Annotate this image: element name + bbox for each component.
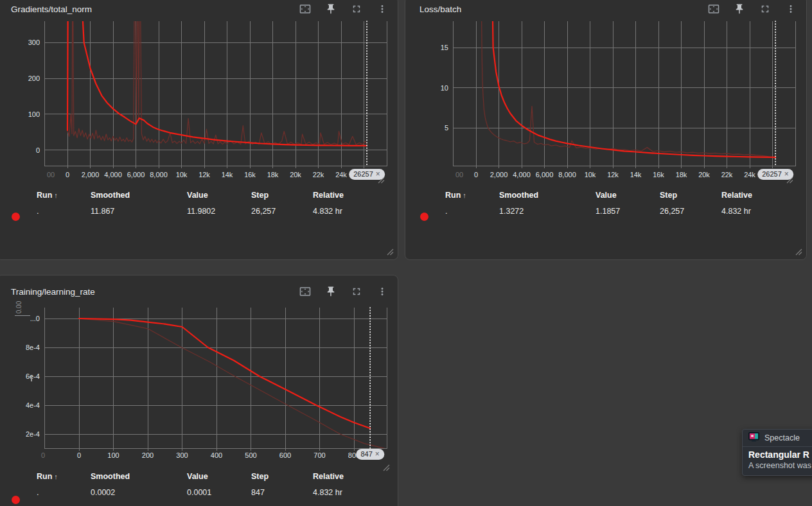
card-resize-grip[interactable] (387, 249, 394, 256)
chart-resize-grip[interactable] (383, 464, 390, 471)
series-group (79, 318, 385, 449)
svg-text:22k: 22k (313, 171, 324, 179)
run-table-row[interactable]: . 0.0002 0.0001 847 4.832 hr (37, 486, 387, 499)
col-header-relative[interactable]: Relative (313, 472, 387, 481)
svg-text:300: 300 (176, 451, 188, 459)
step-marker-value: 847 (360, 449, 372, 460)
svg-text:0: 0 (77, 451, 81, 459)
run-table-row[interactable]: . 11.867 11.9802 26,257 4.832 hr (37, 205, 387, 218)
svg-text:100: 100 (107, 451, 119, 459)
run-table-header-row: Run↑ Smoothed Value Step Relative (37, 189, 387, 202)
card-header: Loss/batch (405, 0, 806, 19)
smoothed-series-line (490, 0, 775, 157)
fit-domain-icon[interactable] (706, 1, 721, 17)
run-table-header-row: Run↑ Smoothed Value Step Relative (445, 189, 796, 202)
col-header-relative[interactable]: Relative (721, 191, 796, 200)
more-menu-icon[interactable] (375, 1, 390, 17)
plot-border (453, 21, 795, 166)
card-actions (297, 284, 390, 299)
col-header-value[interactable]: Value (596, 191, 660, 200)
col-header-step[interactable]: Step (660, 191, 721, 200)
svg-text:200: 200 (28, 74, 40, 82)
svg-text:400: 400 (211, 451, 222, 459)
svg-text:6,000: 6,000 (536, 171, 554, 179)
svg-text:22k: 22k (721, 171, 733, 179)
step-marker-value: 26257 (762, 169, 782, 180)
svg-text:4,000: 4,000 (513, 171, 531, 179)
col-header-run[interactable]: Run↑ (445, 191, 499, 200)
run-color-dot (12, 213, 20, 221)
svg-text:14k: 14k (630, 171, 642, 179)
run-relative: 4.832 hr (721, 207, 796, 216)
col-header-run[interactable]: Run↑ (37, 472, 91, 481)
col-header-run[interactable]: Run↑ (37, 191, 91, 200)
run-table-header-row: Run↑ Smoothed Value Step Relative (37, 470, 387, 483)
col-header-smoothed[interactable]: Smoothed (499, 191, 596, 200)
col-header-step[interactable]: Step (251, 472, 313, 481)
fullscreen-icon[interactable] (349, 284, 364, 299)
chart-resize-grip[interactable] (378, 177, 385, 184)
smoothed-series-line (79, 318, 370, 428)
scalar-chart[interactable]: 02,0004,0006,0008,00010k12k14k16k18k20k2… (405, 0, 808, 189)
step-marker-badge[interactable]: 847 × (356, 449, 384, 460)
notification-body: Rectangular R A screenshot was (743, 447, 812, 470)
run-table: Run↑ Smoothed Value Step Relative . 0.00… (37, 470, 387, 499)
run-table-row[interactable]: . 1.3272 1.1857 26,257 4.832 hr (445, 205, 796, 218)
pin-icon[interactable] (323, 284, 339, 299)
run-value: 0.0001 (187, 488, 251, 497)
card-actions (706, 1, 799, 17)
close-icon[interactable]: × (375, 449, 380, 460)
svg-text:00: 00 (47, 171, 55, 179)
svg-text:8,000: 8,000 (150, 171, 168, 179)
run-relative: 4.832 hr (313, 488, 387, 497)
col-header-smoothed[interactable]: Smoothed (91, 191, 187, 200)
run-step: 847 (251, 488, 313, 497)
col-header-value[interactable]: Value (187, 472, 251, 481)
fit-domain-icon[interactable] (297, 284, 313, 299)
fit-domain-icon[interactable] (297, 1, 313, 17)
notification-popup[interactable]: Spectacle Rectangular R A screenshot was (742, 429, 812, 476)
svg-text:8,000: 8,000 (558, 171, 576, 179)
col-header-smoothed[interactable]: Smoothed (91, 472, 187, 481)
axis-label-fragment (31, 376, 32, 381)
svg-text:0: 0 (41, 451, 45, 459)
pin-icon[interactable] (323, 1, 339, 17)
gridlines (453, 21, 795, 168)
chart-resize-grip[interactable] (786, 177, 793, 184)
scalar-chart[interactable]: 02,0004,0006,0008,00010k12k14k16k18k20k2… (0, 0, 399, 189)
scalar-chart[interactable]: 0100200300400500600700800...08e-46e-44e-… (0, 275, 399, 468)
run-table: Run↑ Smoothed Value Step Relative . 1.32… (445, 189, 796, 218)
card-resize-grip[interactable] (795, 249, 802, 256)
gridlines (44, 308, 387, 451)
run-name: . (37, 488, 91, 497)
fullscreen-icon[interactable] (349, 1, 364, 17)
svg-text:4e-4: 4e-4 (26, 401, 40, 409)
step-marker-value: 26257 (353, 169, 373, 180)
smoothed-series-line (67, 0, 367, 146)
svg-text:...0: ...0 (30, 315, 40, 322)
run-step: 26,257 (660, 207, 721, 216)
gridlines (44, 21, 387, 168)
col-header-value[interactable]: Value (187, 191, 251, 200)
series-group (67, 0, 367, 146)
svg-text:6e-4: 6e-4 (26, 372, 40, 380)
col-header-step[interactable]: Step (251, 191, 313, 200)
svg-text:200: 200 (142, 451, 154, 459)
pin-icon[interactable] (732, 1, 747, 17)
svg-text:2,000: 2,000 (82, 171, 100, 179)
svg-text:300: 300 (28, 39, 40, 46)
svg-text:10k: 10k (176, 171, 188, 179)
plot-border (44, 308, 387, 448)
notification-title: Rectangular R (748, 449, 812, 460)
chart-title: Loss/batch (419, 4, 706, 14)
run-table: Run↑ Smoothed Value Step Relative . 11.8… (37, 189, 387, 218)
fullscreen-icon[interactable] (757, 1, 773, 17)
svg-text:18k: 18k (676, 171, 687, 179)
notification-message: A screenshot was (748, 461, 812, 470)
more-menu-icon[interactable] (783, 1, 799, 17)
run-smoothed: 11.867 (91, 207, 187, 216)
card-actions (297, 1, 390, 17)
more-menu-icon[interactable] (375, 284, 390, 299)
col-header-relative[interactable]: Relative (313, 191, 387, 200)
series-group (481, 0, 776, 159)
